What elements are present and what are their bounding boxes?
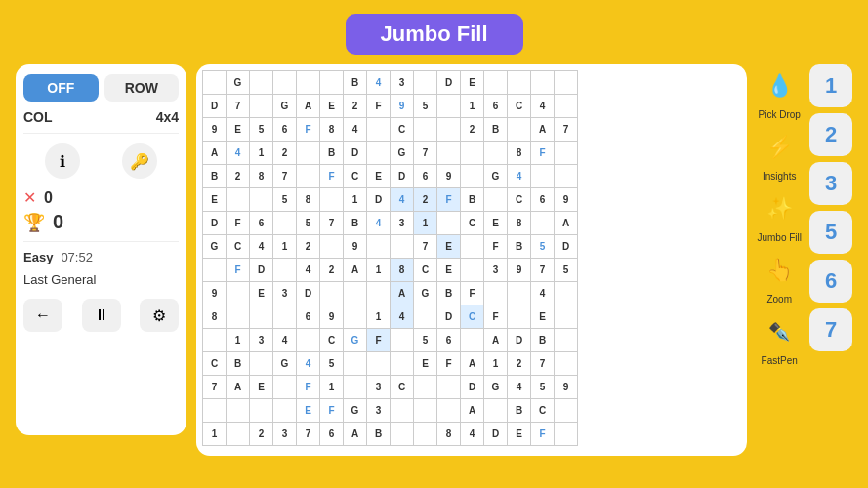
grid-cell[interactable] bbox=[461, 329, 484, 352]
grid-cell[interactable]: E bbox=[461, 71, 484, 95]
grid-cell[interactable] bbox=[484, 399, 508, 423]
grid-cell[interactable]: 7 bbox=[227, 95, 250, 118]
grid-cell[interactable] bbox=[227, 282, 250, 305]
grid-cell[interactable]: 6 bbox=[273, 118, 297, 142]
grid-cell[interactable] bbox=[250, 71, 273, 95]
grid-cell[interactable]: G bbox=[414, 282, 437, 305]
grid-cell[interactable]: G bbox=[484, 165, 508, 188]
grid-cell[interactable]: D bbox=[508, 329, 531, 352]
grid-cell[interactable] bbox=[344, 376, 367, 399]
grid-cell[interactable]: 3 bbox=[250, 329, 273, 352]
grid-cell[interactable] bbox=[227, 188, 250, 212]
grid-cell[interactable]: E bbox=[250, 282, 273, 305]
grid-cell[interactable]: 1 bbox=[320, 376, 344, 399]
jumbo-fill-icon[interactable]: ✨ bbox=[758, 187, 801, 230]
grid-cell[interactable]: 8 bbox=[297, 188, 320, 212]
grid-cell[interactable]: 3 bbox=[367, 376, 391, 399]
grid-cell[interactable]: 4 bbox=[273, 329, 297, 352]
grid-cell[interactable]: 2 bbox=[250, 423, 273, 446]
grid-cell[interactable] bbox=[203, 259, 227, 282]
grid-cell[interactable]: 5 bbox=[414, 329, 437, 352]
grid-cell[interactable] bbox=[461, 235, 484, 259]
grid-cell[interactable] bbox=[414, 376, 437, 399]
grid-cell[interactable]: E bbox=[437, 235, 461, 259]
grid-cell[interactable]: A bbox=[555, 212, 578, 235]
grid-cell[interactable]: 4 bbox=[297, 352, 320, 376]
grid-cell[interactable]: 9 bbox=[555, 376, 578, 399]
grid-cell[interactable] bbox=[555, 352, 578, 376]
grid-cell[interactable]: C bbox=[508, 95, 531, 118]
grid-cell[interactable] bbox=[508, 118, 531, 142]
grid-cell[interactable]: D bbox=[437, 71, 461, 95]
grid-cell[interactable]: 8 bbox=[320, 118, 344, 142]
grid-cell[interactable]: B bbox=[320, 142, 344, 165]
grid-cell[interactable] bbox=[391, 352, 414, 376]
grid-cell[interactable]: F bbox=[531, 423, 555, 446]
grid-cell[interactable]: F bbox=[227, 212, 250, 235]
grid-cell[interactable]: 7 bbox=[414, 142, 437, 165]
grid-cell[interactable]: 8 bbox=[203, 305, 227, 329]
grid-cell[interactable]: 6 bbox=[250, 212, 273, 235]
grid-cell[interactable]: 9 bbox=[344, 235, 367, 259]
grid-cell[interactable] bbox=[344, 282, 367, 305]
grid-cell[interactable] bbox=[461, 259, 484, 282]
grid-cell[interactable] bbox=[297, 71, 320, 95]
tool-insights[interactable]: ⚡ Insights bbox=[758, 126, 801, 182]
grid-cell[interactable] bbox=[555, 399, 578, 423]
grid-cell[interactable] bbox=[414, 118, 437, 142]
grid-cell[interactable]: C bbox=[227, 235, 250, 259]
grid-cell[interactable]: A bbox=[391, 282, 414, 305]
grid-cell[interactable] bbox=[437, 95, 461, 118]
grid-cell[interactable] bbox=[437, 376, 461, 399]
grid-cell[interactable]: 3 bbox=[484, 259, 508, 282]
grid-cell[interactable]: F bbox=[297, 376, 320, 399]
grid-cell[interactable] bbox=[320, 188, 344, 212]
grid-cell[interactable] bbox=[203, 399, 227, 423]
grid-cell[interactable] bbox=[273, 259, 297, 282]
settings-button[interactable]: ⚙ bbox=[140, 299, 179, 332]
grid-cell[interactable]: G bbox=[227, 71, 250, 95]
grid-cell[interactable] bbox=[297, 329, 320, 352]
grid-cell[interactable]: A bbox=[227, 376, 250, 399]
grid-cell[interactable]: E bbox=[297, 399, 320, 423]
row-button[interactable]: ROW bbox=[104, 74, 180, 102]
grid-cell[interactable]: 3 bbox=[273, 282, 297, 305]
grid-cell[interactable] bbox=[250, 399, 273, 423]
grid-cell[interactable] bbox=[367, 118, 391, 142]
grid-cell[interactable]: 1 bbox=[414, 212, 437, 235]
number-btn-6[interactable]: 6 bbox=[809, 260, 852, 303]
grid-cell[interactable] bbox=[414, 423, 437, 446]
grid-cell[interactable]: A bbox=[297, 95, 320, 118]
grid-cell[interactable]: 2 bbox=[344, 95, 367, 118]
grid-cell[interactable]: 7 bbox=[531, 352, 555, 376]
grid-cell[interactable]: 7 bbox=[297, 423, 320, 446]
grid-cell[interactable] bbox=[250, 305, 273, 329]
grid-cell[interactable]: 1 bbox=[203, 423, 227, 446]
grid-cell[interactable]: 6 bbox=[414, 165, 437, 188]
grid-cell[interactable]: 4 bbox=[391, 305, 414, 329]
grid-cell[interactable] bbox=[391, 423, 414, 446]
grid-cell[interactable]: 1 bbox=[344, 188, 367, 212]
grid-cell[interactable]: F bbox=[297, 118, 320, 142]
off-button[interactable]: OFF bbox=[23, 74, 99, 102]
grid-cell[interactable]: C bbox=[391, 118, 414, 142]
tool-fast-pen[interactable]: ✒️ FastPen bbox=[758, 310, 801, 366]
grid-cell[interactable]: 4 bbox=[531, 282, 555, 305]
grid-cell[interactable]: A bbox=[203, 142, 227, 165]
grid-cell[interactable] bbox=[555, 282, 578, 305]
tool-jumbo-fill[interactable]: ✨ Jumbo Fill bbox=[757, 187, 802, 243]
grid-cell[interactable] bbox=[437, 118, 461, 142]
grid-cell[interactable]: 5 bbox=[531, 235, 555, 259]
grid-cell[interactable]: B bbox=[367, 423, 391, 446]
grid-cell[interactable]: F bbox=[437, 188, 461, 212]
grid-cell[interactable]: C bbox=[391, 376, 414, 399]
grid-cell[interactable]: C bbox=[461, 212, 484, 235]
grid-cell[interactable] bbox=[320, 282, 344, 305]
tool-pick-drop[interactable]: 💧 Pick Drop bbox=[758, 64, 801, 120]
grid-cell[interactable]: E bbox=[367, 165, 391, 188]
grid-cell[interactable]: E bbox=[320, 95, 344, 118]
grid-cell[interactable]: D bbox=[437, 305, 461, 329]
grid-cell[interactable]: F bbox=[320, 165, 344, 188]
number-btn-5[interactable]: 5 bbox=[809, 211, 852, 254]
grid-cell[interactable]: 4 bbox=[367, 71, 391, 95]
